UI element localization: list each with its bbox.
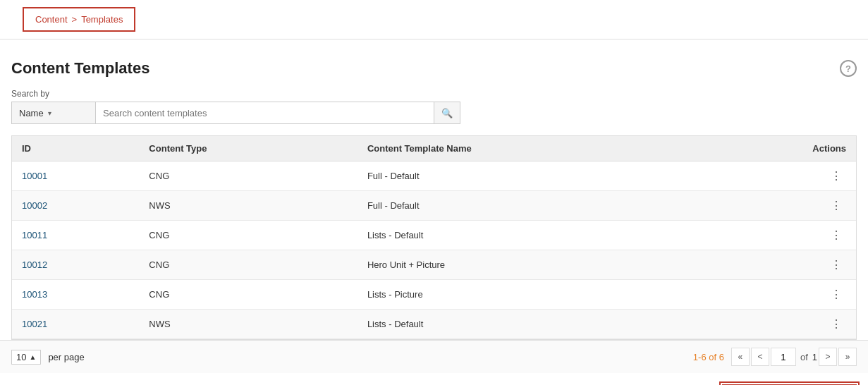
table-row: 10021 NWS Lists - Default ⋮ [12,310,856,339]
search-icon: 🔍 [441,108,453,118]
table-footer: 10 ▲ per page 1-6 of 6 « < of 1 > » [0,340,868,373]
per-page-label: per page [48,352,84,362]
page-title: Content Templates [11,59,149,78]
cell-actions: ⋮ [706,191,856,221]
id-link[interactable]: 10011 [22,230,47,240]
page-number-input[interactable] [771,348,796,366]
table-row: 10011 CNG Lists - Default ⋮ [12,221,856,250]
cell-actions: ⋮ [706,280,856,310]
cell-template-name: Lists - Default [357,221,706,250]
col-content-type: Content Type [139,136,357,161]
cell-content-type: NWS [139,191,357,221]
id-link[interactable]: 10013 [22,289,47,300]
cell-content-type: NWS [139,310,357,339]
search-type-dropdown[interactable]: Name ▾ [11,102,96,124]
breadcrumb-content[interactable]: Content [35,14,68,25]
row-actions-menu-button[interactable]: ⋮ [826,168,846,184]
search-input[interactable] [96,102,434,124]
breadcrumb: Content > Templates [23,7,135,32]
search-button[interactable]: 🔍 [434,102,460,124]
last-page-button[interactable]: » [838,348,857,366]
cell-id: 10013 [12,280,139,310]
per-page-section: 10 ▲ per page [11,350,85,365]
cell-actions: ⋮ [706,161,856,191]
row-actions-menu-button[interactable]: ⋮ [826,227,846,243]
cell-template-name: Full - Default [357,191,706,221]
first-page-button[interactable]: « [731,348,750,366]
content-templates-table: ID Content Type Content Template Name Ac… [11,135,857,340]
cell-template-name: Lists - Picture [357,280,706,310]
cell-template-name: Full - Default [357,161,706,191]
pagination-section: 1-6 of 6 « < of 1 > » [693,348,857,366]
cell-id: 10012 [12,250,139,280]
col-id: ID [12,136,139,161]
row-actions-menu-button[interactable]: ⋮ [826,257,846,273]
table-row: 10002 NWS Full - Default ⋮ [12,191,856,221]
per-page-dropdown[interactable]: 10 ▲ [11,350,41,365]
table-header-row: ID Content Type Content Template Name Ac… [12,136,856,161]
next-page-button[interactable]: > [819,348,837,366]
cell-actions: ⋮ [706,221,856,250]
cell-id: 10001 [12,161,139,191]
breadcrumb-separator: > [72,14,78,25]
id-link[interactable]: 10001 [22,171,47,181]
cell-id: 10021 [12,310,139,339]
cell-content-type: CNG [139,221,357,250]
cell-actions: ⋮ [706,310,856,339]
id-link[interactable]: 10021 [22,319,47,329]
id-link[interactable]: 10012 [22,259,47,270]
help-icon[interactable]: ? [840,60,857,77]
search-label: Search by [11,89,857,99]
cell-id: 10002 [12,191,139,221]
table-row: 10001 CNG Full - Default ⋮ [12,161,856,191]
breadcrumb-templates[interactable]: Templates [81,14,123,25]
search-section: Search by Name ▾ 🔍 [0,89,868,135]
id-link[interactable]: 10002 [22,200,47,211]
cell-content-type: CNG [139,250,357,280]
dropdown-arrow-icon: ▾ [48,109,51,117]
row-actions-menu-button[interactable]: ⋮ [826,197,846,214]
search-dropdown-value: Name [19,108,44,118]
per-page-arrow-icon: ▲ [29,353,36,361]
of-text: of [800,352,808,362]
row-actions-menu-button[interactable]: ⋮ [826,316,846,332]
prev-page-button[interactable]: < [751,348,769,366]
col-template-name: Content Template Name [357,136,706,161]
table-row: 10013 CNG Lists - Picture ⋮ [12,280,856,310]
cell-content-type: CNG [139,161,357,191]
add-button-container: Add content template [0,373,868,385]
cell-id: 10011 [12,221,139,250]
cell-content-type: CNG [139,280,357,310]
page-header: Content Templates ? [0,51,868,89]
row-actions-menu-button[interactable]: ⋮ [826,286,846,302]
col-actions: Actions [706,136,856,161]
page-info: 1-6 of 6 [693,352,724,362]
per-page-value: 10 [16,352,26,362]
cell-template-name: Lists - Default [357,310,706,339]
total-pages: 1 [812,352,817,362]
cell-actions: ⋮ [706,250,856,280]
cell-template-name: Hero Unit + Picture [357,250,706,280]
search-row: Name ▾ 🔍 [11,102,857,124]
table-row: 10012 CNG Hero Unit + Picture ⋮ [12,250,856,280]
